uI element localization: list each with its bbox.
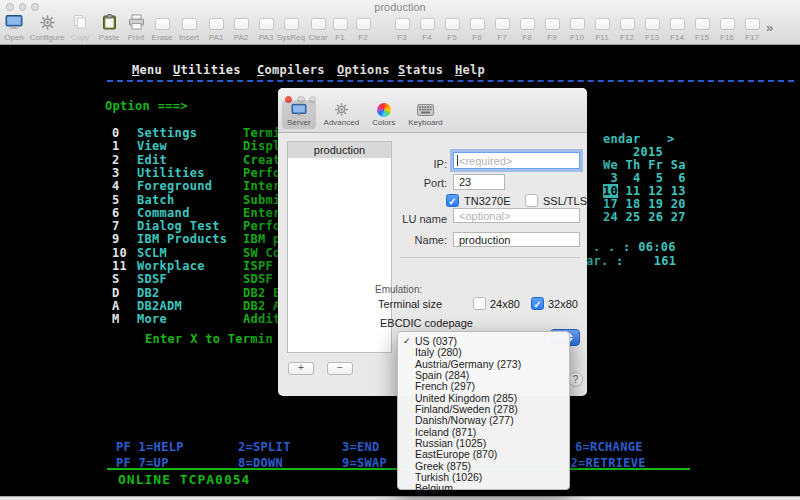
menu-name[interactable]: Batch [137,193,175,207]
menu-name[interactable]: IBM Products [137,232,227,246]
ispf-menu-item[interactable]: Help [455,63,485,77]
option-prompt[interactable]: Option ===> [105,99,188,113]
tab-advanced[interactable]: Advanced [319,100,365,129]
key-icon [745,18,760,30]
calendar-week-row: 24 25 26 27 [603,210,686,224]
toolbar-overflow-chevron[interactable]: » [766,20,773,35]
key-icon [356,18,371,30]
tab-colors[interactable]: Colors [367,100,400,129]
menu-name[interactable]: DB2ADM [137,299,182,313]
emulation-section-label: Emulation: [375,284,422,295]
ispf-menu-item[interactable]: Options [337,63,390,77]
window-bottom-edge [0,496,800,500]
menu-key: 11 [112,259,127,273]
menu-name[interactable]: Edit [137,153,167,167]
calendar-today: 10 [603,184,618,198]
ispf-menu-item[interactable]: Compilers [257,63,325,77]
monitor-icon [291,102,307,117]
menu-name[interactable]: Foreground [137,179,212,193]
tab-keyboard[interactable]: Keyboard [403,100,447,129]
time-line-fragment: . . : 06:06 [593,240,676,254]
menu-key: A [112,299,120,313]
add-session-button[interactable]: + [288,362,314,375]
pf-key-label: 3=END [342,440,380,454]
calendar-weekdays: We Th Fr Sa [603,158,686,172]
menu-name[interactable]: Dialog Test [137,219,220,233]
menu-key: 10 [112,246,127,260]
name-field[interactable] [453,232,580,247]
menu-desc: DB2 E [243,286,281,300]
menu-desc: Termi [243,126,281,140]
size-24x80-label: 24x80 [490,298,520,310]
ispf-menu-item[interactable]: Menu [132,63,162,77]
menu-desc: Submi [243,193,281,207]
menu-key: 2 [112,153,120,167]
menu-desc: Creat [243,153,281,167]
gear-icon [334,102,349,117]
menu-name[interactable]: SCLM [137,246,167,260]
window-title: production [0,1,800,13]
lu-name-label: LU name [385,213,447,225]
menu-name[interactable]: More [137,312,167,326]
menu-key: M [112,312,120,326]
text-cursor [457,155,458,166]
menu-name[interactable]: DB2 [137,286,160,300]
checkmark-icon: ✓ [403,336,411,347]
codepage-menu: ✓US (037) Italy (280) Austria/Germany (2… [397,331,570,490]
ssl-tls-checkbox[interactable] [525,194,538,207]
menu-desc: Enter [243,206,281,220]
menu-name[interactable]: Workplace [137,259,205,273]
dialog-titlebar: Server Advanced Colors [278,88,587,133]
menu-desc: IBM p [243,232,281,246]
menu-desc: Displ [243,139,281,153]
tn3270e-checkbox[interactable]: ✓ [446,194,459,207]
pf-key-label: 6=RCHANGE [575,440,643,454]
preferences-tab-bar: Server Advanced Colors [282,100,448,129]
menu-desc: Perfo [243,166,281,180]
app-window: production Open Configure Copy Paste [0,0,800,500]
remove-session-button[interactable]: − [327,362,353,375]
calendar-week-row: 3 4 5 6 [603,171,686,185]
menu-key: S [112,272,120,286]
menu-desc: Perfo [243,219,281,233]
calendar-scroll-indicator: > [667,132,675,146]
ssl-tls-label: SSL/TLS [543,195,587,207]
help-button[interactable]: ? [568,372,583,387]
menu-name[interactable]: SDSF [137,272,167,286]
menu-name[interactable]: View [137,139,167,153]
tab-server[interactable]: Server [282,100,316,129]
ispf-menu-item[interactable]: Utilities [173,63,241,77]
menu-desc: Addit [243,312,281,326]
menu-desc: SDSF [243,272,273,286]
menu-desc: SW Co [243,246,281,260]
port-label: Port: [385,177,447,189]
size-32x80-checkbox[interactable]: ✓ [531,297,544,310]
ispf-menu-item[interactable]: Status [398,63,443,77]
name-label: Name: [385,234,447,246]
exit-hint: Enter X to Termin [145,332,273,346]
menu-name[interactable]: Settings [137,126,197,140]
codepage-menu-item[interactable]: Belgium [398,483,569,494]
size-24x80-checkbox[interactable] [473,297,486,310]
calendar-year: 2015 [633,145,663,159]
port-field[interactable] [453,174,505,190]
ip-field[interactable] [453,152,580,169]
lu-name-field[interactable] [453,208,580,223]
menu-name[interactable]: Utilities [137,166,205,180]
menu-name[interactable]: Command [137,206,190,220]
menu-key: 0 [112,126,120,140]
menu-key: 1 [112,139,120,153]
session-list-item[interactable]: production [288,142,391,158]
session-list: production [287,141,392,353]
menu-key: 9 [112,232,120,246]
tn3270e-label: TN3270E [464,195,510,207]
menu-key: 4 [112,179,120,193]
calendar-week-row: 10 11 12 13 [603,184,686,198]
menu-desc: ISPF [243,259,273,273]
toolbar-button-f2[interactable]: F2 [341,13,385,42]
menu-desc: DB2 A [243,299,281,313]
color-wheel-icon [377,102,391,117]
connection-status: ONLINE TCPA0054 [118,472,250,487]
menu-key: 7 [112,219,120,233]
window-titlebar: production Open Configure Copy Paste [0,0,800,45]
